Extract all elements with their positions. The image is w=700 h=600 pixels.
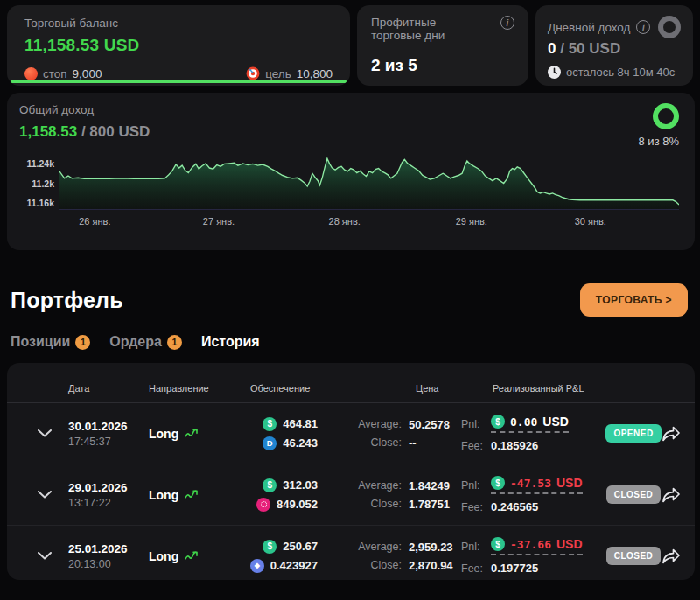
income-ring-label: 8 из 8%	[639, 135, 679, 148]
goal-label: цель	[265, 67, 291, 80]
expand-chevron-icon[interactable]	[28, 429, 61, 437]
trading-balance-card: Торговый баланс 11,158.53 USD стоп 9,000…	[7, 5, 350, 86]
income-progress-ring	[653, 103, 679, 129]
direction-label: Long	[149, 549, 178, 563]
clock-icon	[548, 66, 561, 79]
average-label: Average:	[358, 541, 402, 554]
expand-chevron-icon[interactable]	[28, 491, 61, 499]
info-icon[interactable]: i	[636, 20, 650, 34]
y-tick: 11.24k	[26, 158, 54, 169]
average-value: 50.2578	[409, 418, 461, 431]
header-direction: Направление	[149, 383, 229, 394]
tab-positions[interactable]: Позиции 1	[10, 334, 90, 350]
info-icon[interactable]: i	[500, 16, 514, 30]
average-label: Average:	[358, 479, 402, 492]
direction-label: Long	[149, 427, 178, 441]
daily-income-title: Дневной доход	[548, 21, 630, 34]
trend-up-icon	[185, 550, 199, 562]
total-income-target: / 800 USD	[77, 123, 150, 140]
pnl-value-group: $ -37.66 USD	[491, 537, 583, 555]
total-income-title: Общий доход	[19, 103, 150, 116]
direction-label: Long	[149, 488, 178, 502]
collateral-amount: 849.052	[276, 498, 318, 511]
stop-label: стоп	[43, 67, 67, 80]
pnl-label: Pnl:	[461, 479, 486, 492]
pnl-value: -37.66	[510, 538, 551, 551]
fee-value: 0.185926	[491, 439, 606, 452]
pnl-value: -47.53	[510, 477, 551, 490]
trend-up-icon	[185, 428, 199, 439]
target-icon	[246, 66, 260, 80]
average-label: Average:	[358, 418, 402, 431]
goal-item: цель 10,800	[246, 66, 332, 80]
usd-coin-icon: $	[262, 540, 276, 554]
pnl-currency: USD	[556, 476, 583, 490]
collateral-amount: 312.03	[283, 478, 318, 492]
x-tick: 27 янв.	[203, 216, 234, 227]
row-time: 13:17:22	[68, 497, 149, 509]
tab-orders[interactable]: Ордера 1	[109, 334, 182, 350]
history-table: Дата Направление Обеспечение Цена Реализ…	[7, 363, 695, 580]
table-row[interactable]: 30.01.2026 17:45:37 Long $464.81 Đ46.243…	[7, 403, 695, 464]
header-price: Цена	[330, 383, 461, 394]
average-value: 1.84249	[409, 479, 461, 492]
row-date: 25.01.2026	[68, 542, 149, 555]
trading-balance-title: Торговый баланс	[24, 17, 332, 30]
share-button[interactable]	[662, 487, 681, 503]
close-label: Close:	[371, 559, 402, 572]
row-time: 20:13:00	[68, 558, 149, 570]
y-tick: 11.2k	[32, 178, 54, 189]
dash-coin-icon: Đ	[262, 436, 276, 450]
profit-days-value: 2 из 5	[371, 56, 514, 75]
close-value: 2,870.94	[409, 559, 461, 572]
stop-item: стоп 9,000	[24, 67, 102, 80]
balance-progress-bar	[10, 80, 346, 83]
y-tick: 11.16k	[26, 198, 54, 208]
usd-coin-icon: $	[262, 417, 276, 431]
stop-value: 9,000	[73, 67, 102, 80]
chart-y-axis: 11.24k 11.2k 11.16k	[19, 150, 60, 209]
fee-label: Fee:	[461, 440, 486, 452]
share-icon	[662, 426, 681, 442]
collateral-amount: 46.243	[283, 436, 318, 450]
page-title: Портфель	[10, 288, 123, 313]
chart-area	[60, 158, 679, 209]
stop-dot-icon	[24, 67, 38, 80]
trading-dashboard: Торговый баланс 11,158.53 USD стоп 9,000…	[0, 0, 700, 600]
share-button[interactable]	[662, 426, 681, 442]
daily-income-card: Дневной доход i 0 / 50 USD осталось 8ч 1…	[536, 5, 693, 86]
ethereum-coin-icon: ◆	[250, 559, 264, 573]
close-value: --	[409, 436, 461, 450]
header-date: Дата	[61, 383, 149, 394]
x-tick: 29 янв.	[456, 216, 487, 227]
pnl-currency: USD	[556, 537, 583, 551]
balance-chart: 11.24k 11.2k 11.16k	[19, 150, 679, 230]
tab-history[interactable]: История	[201, 334, 260, 350]
fee-value: 0.246565	[491, 500, 606, 513]
portfolio-tabs: Позиции 1 Ордера 1 История	[0, 317, 700, 350]
expand-chevron-icon[interactable]	[28, 552, 61, 560]
collateral-amount: 0.423927	[270, 559, 318, 572]
daily-income-target: / 50 USD	[556, 40, 620, 57]
chart-plot-area[interactable]	[60, 150, 679, 209]
total-income-value: 1,158.53	[19, 123, 77, 140]
collateral-amount: 464.81	[283, 417, 318, 430]
trading-balance-value: 11,158.53 USD	[24, 36, 332, 55]
fee-value: 0.197725	[491, 562, 606, 575]
status-badge: CLOSED	[606, 547, 662, 565]
status-badge: CLOSED	[606, 485, 662, 504]
table-header-row: Дата Направление Обеспечение Цена Реализ…	[7, 373, 695, 403]
daily-progress-ring	[658, 16, 681, 38]
table-row[interactable]: 25.01.2026 20:13:00 Long $250.67 ◆0.4239…	[7, 526, 695, 580]
close-label: Close:	[371, 498, 402, 511]
table-row[interactable]: 29.01.2026 13:17:22 Long $312.03 849.052…	[7, 464, 695, 526]
trend-up-icon	[185, 489, 199, 500]
fee-label: Fee:	[461, 562, 486, 575]
usd-coin-icon: $	[491, 476, 505, 490]
trade-button[interactable]: ТОРГОВАТЬ >	[580, 283, 688, 317]
row-date: 30.01.2026	[68, 420, 149, 433]
time-left-text: осталось 8ч 10м 40с	[566, 66, 675, 79]
income-chart-svg	[60, 150, 679, 209]
share-button[interactable]	[662, 548, 681, 564]
profit-days-card: Профитные торговые дни i 2 из 5	[357, 5, 528, 86]
